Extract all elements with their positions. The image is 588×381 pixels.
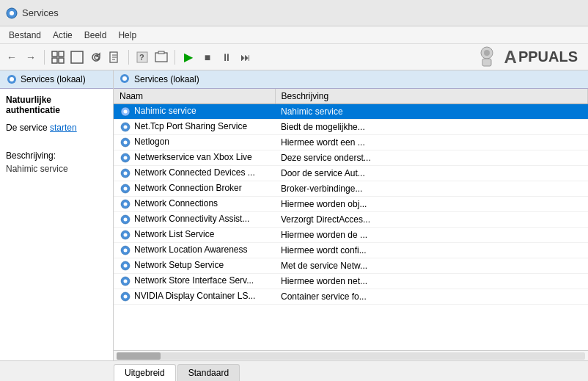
services-list: Naam Beschrijving Nahimic serviceNahimic… xyxy=(114,89,588,305)
service-naam-cell: Network List Service xyxy=(114,228,275,243)
service-naam-text: Network Location Awareness xyxy=(134,244,248,255)
menu-actie[interactable]: Actie xyxy=(47,29,78,42)
svg-rect-13 xyxy=(155,53,167,62)
service-naam-cell: Network Connectivity Assist... xyxy=(114,212,275,228)
services-table[interactable]: Naam Beschrijving Nahimic serviceNahimic… xyxy=(114,89,588,350)
back-button[interactable]: ← xyxy=(3,48,21,66)
table-row[interactable]: Network Connectivity Assist...Verzorgt D… xyxy=(114,212,588,228)
right-panel-header: Services (lokaal) xyxy=(114,70,588,89)
service-icon xyxy=(120,291,131,302)
svg-point-21 xyxy=(122,76,127,81)
table-row[interactable]: NetlogonHiermee wordt een ... xyxy=(114,135,588,150)
service-beschrijving-cell: Hiermee worden obj... xyxy=(275,197,588,212)
export-button[interactable] xyxy=(106,48,124,66)
beschrijving-value: Nahimic service xyxy=(6,164,107,174)
table-row[interactable]: Netwerkservice van Xbox LiveDeze service… xyxy=(114,150,588,166)
toolbar-separator-3 xyxy=(174,50,175,65)
svg-point-23 xyxy=(124,110,128,114)
table-row[interactable]: Network Connection BrokerBroker-verbindi… xyxy=(114,181,588,197)
service-icon xyxy=(120,275,131,287)
left-panel: Services (lokaal) Natuurlijke authentica… xyxy=(0,70,114,360)
service-naam-cell: Nahimic service xyxy=(114,104,275,120)
service-naam-text: Netlogon xyxy=(134,137,169,147)
svg-point-31 xyxy=(124,172,128,175)
stop-button[interactable]: ■ xyxy=(199,48,216,66)
service-naam-text: Network Connection Broker xyxy=(134,183,242,193)
service-icon xyxy=(120,229,131,241)
left-panel-body: Natuurlijke authenticatie De service sta… xyxy=(0,89,113,360)
scrollbar-thumb[interactable] xyxy=(117,352,161,360)
right-panel: Services (lokaal) Naam Beschrijving Nahi… xyxy=(114,70,588,360)
service-title: Natuurlijke authenticatie xyxy=(6,95,107,115)
scrollbar-track xyxy=(117,352,585,360)
services-tbody: Nahimic serviceNahimic serviceNet.Tcp Po… xyxy=(114,104,588,305)
table-row[interactable]: Network ConnectionsHiermee worden obj... xyxy=(114,197,588,212)
svg-point-16 xyxy=(484,50,490,56)
table-row[interactable]: Net.Tcp Port Sharing ServiceBiedt de mog… xyxy=(114,120,588,135)
svg-text:?: ? xyxy=(139,53,144,62)
table-row[interactable]: NVIDIA Display Container LS...Container … xyxy=(114,289,588,305)
help-button[interactable]: ? xyxy=(133,48,151,66)
show-console-button[interactable] xyxy=(68,48,86,66)
service-beschrijving-cell: Biedt de mogelijkhe... xyxy=(275,120,588,135)
forward-button[interactable]: → xyxy=(22,48,40,66)
svg-point-33 xyxy=(124,187,128,191)
service-icon xyxy=(120,244,131,256)
menu-beeld[interactable]: Beeld xyxy=(78,29,113,42)
right-panel-header-label: Services (lokaal) xyxy=(134,74,199,84)
cmd-window-button[interactable] xyxy=(152,48,170,66)
table-row[interactable]: Network Setup ServiceMet de service Netw… xyxy=(114,258,588,274)
show-tree-button[interactable] xyxy=(49,48,67,66)
service-beschrijving-cell: Hiermee wordt confi... xyxy=(275,243,588,258)
service-naam-text: Network Connectivity Assist... xyxy=(134,214,249,224)
step-button[interactable]: ⏭ xyxy=(237,48,254,66)
toolbar-separator-2 xyxy=(128,50,129,65)
service-icon xyxy=(120,121,131,133)
column-naam[interactable]: Naam xyxy=(114,89,275,104)
service-naam-text: Netwerkservice van Xbox Live xyxy=(134,152,252,162)
service-beschrijving-cell: Door de service Aut... xyxy=(275,166,588,181)
bottom-tabs: Uitgebreid Standaard xyxy=(0,360,588,381)
title-bar: Services xyxy=(0,0,588,26)
service-icon xyxy=(120,260,131,272)
svg-point-39 xyxy=(124,233,128,237)
tab-standaard[interactable]: Standaard xyxy=(177,364,240,381)
table-row[interactable]: Network Location AwarenessHiermee wordt … xyxy=(114,243,588,258)
left-panel-header-label: Services (lokaal) xyxy=(21,74,86,84)
pause-button[interactable]: ⏸ xyxy=(218,48,235,66)
svg-point-45 xyxy=(124,280,128,283)
menu-help[interactable]: Help xyxy=(112,29,142,42)
svg-rect-14 xyxy=(158,51,164,54)
menu-bestand[interactable]: Bestand xyxy=(3,29,47,42)
refresh-button[interactable] xyxy=(87,48,105,66)
svg-rect-5 xyxy=(59,58,64,63)
svg-point-37 xyxy=(124,218,128,222)
tab-uitgebreid[interactable]: Uitgebreid xyxy=(114,364,176,381)
service-naam-cell: Netlogon xyxy=(114,135,275,150)
service-beschrijving-cell: Met de service Netw... xyxy=(275,258,588,274)
service-naam-cell: Network Store Interface Serv... xyxy=(114,274,275,289)
service-icon xyxy=(120,152,131,164)
service-start-link[interactable]: starten xyxy=(50,123,77,133)
service-beschrijving-cell: Hiermee worden de ... xyxy=(275,228,588,243)
svg-rect-2 xyxy=(52,51,57,57)
svg-rect-6 xyxy=(71,51,83,63)
service-beschrijving-cell: Hiermee wordt een ... xyxy=(275,135,588,150)
service-naam-cell: NVIDIA Display Container LS... xyxy=(114,289,275,305)
play-button[interactable]: ▶ xyxy=(180,48,197,66)
service-naam-text: Net.Tcp Port Sharing Service xyxy=(134,121,247,131)
service-naam-cell: Network Setup Service xyxy=(114,258,275,274)
service-icon xyxy=(120,106,131,117)
table-row[interactable]: Network Store Interface Serv...Hiermee w… xyxy=(114,274,588,289)
table-row[interactable]: Network Connected Devices ...Door de ser… xyxy=(114,166,588,181)
svg-point-41 xyxy=(124,249,128,253)
service-start-area: De service starten xyxy=(6,123,107,133)
column-beschrijving[interactable]: Beschrijving xyxy=(275,89,588,104)
service-icon xyxy=(120,167,131,179)
svg-rect-3 xyxy=(59,51,64,57)
toolbar: ← → ? ▶ ■ ⏸ ⏭ APPUALS xyxy=(0,44,588,70)
table-row[interactable]: Nahimic serviceNahimic service xyxy=(114,104,588,120)
table-row[interactable]: Network List ServiceHiermee worden de ..… xyxy=(114,228,588,243)
service-icon xyxy=(120,198,131,210)
horizontal-scrollbar[interactable] xyxy=(114,350,588,360)
